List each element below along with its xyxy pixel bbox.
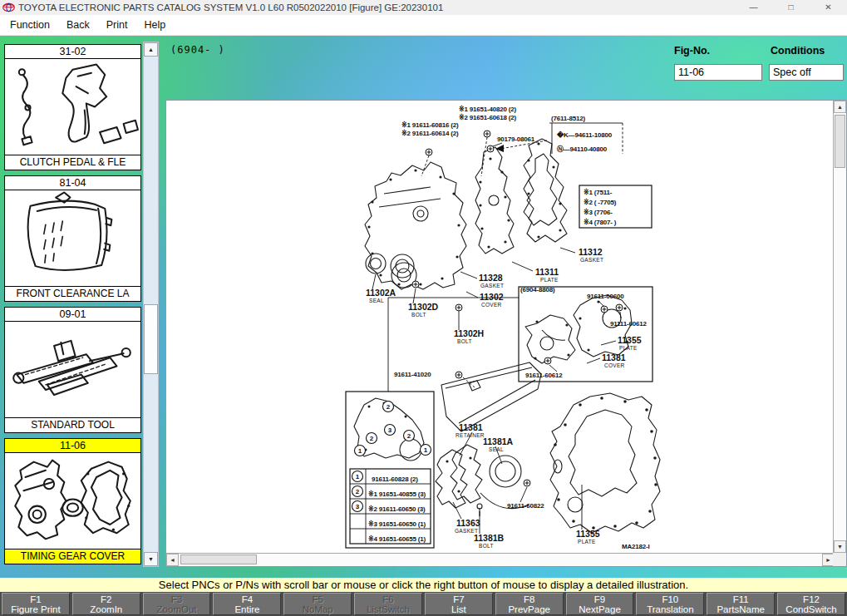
fkey-next-page[interactable]: F9NextPage xyxy=(566,593,634,615)
menu-function[interactable]: Function xyxy=(2,17,58,33)
figure-canvas[interactable]: ※1 91651-40820 (2)※2 91651-60618 (2)※1 9… xyxy=(165,100,847,567)
scroll-up-button[interactable]: ▲ xyxy=(144,42,158,57)
scrollbar-thumb[interactable] xyxy=(835,115,845,168)
diagram-label: 11381A xyxy=(483,436,514,446)
diagram-label: 11302D xyxy=(408,302,439,312)
thumbnail-timing-gear-cover[interactable]: 11-06 TIMING GEAR COVE xyxy=(4,438,141,564)
menu-back[interactable]: Back xyxy=(58,17,98,33)
diagram-label: 11355 xyxy=(618,335,642,345)
fkey-translation[interactable]: F10Translation xyxy=(636,593,704,615)
scrollbar-thumb[interactable] xyxy=(144,304,158,374)
figure-thumbnail-list: 31-02 CLUTCH PEDAL & FLE xyxy=(4,44,141,564)
thumbnail-standard-tool[interactable]: 09-01 STANDARD TOOL xyxy=(4,307,141,433)
diagram-label: PLATE xyxy=(540,277,559,283)
workspace: 31-02 CLUTCH PEDAL & FLE xyxy=(0,36,847,578)
diagram-label: ※1 91651-40855 (3) xyxy=(368,490,426,498)
fkey-list[interactable]: F7List xyxy=(425,593,493,615)
diagram-label: ※1 (7511- xyxy=(584,188,613,196)
fkey-entire[interactable]: F4Entire xyxy=(213,593,281,615)
svg-text:1: 1 xyxy=(356,473,360,480)
diagram-label: COVER xyxy=(481,302,502,308)
diagram-label: 91611-41020 xyxy=(394,371,431,378)
diagram-label: ※3 (7706- xyxy=(584,208,613,216)
thumbnail-scrollbar[interactable]: ▲ ▼ xyxy=(143,42,159,567)
diagram-label: 11312 xyxy=(579,247,603,257)
diagram-label: BOLT xyxy=(457,338,472,344)
thumbnail-image xyxy=(5,453,140,549)
fkey-parts-name[interactable]: F11PartsName xyxy=(707,593,775,615)
callout-number: 2 xyxy=(383,402,394,412)
scroll-down-button[interactable]: ▼ xyxy=(144,552,158,566)
menu-help[interactable]: Help xyxy=(135,17,174,33)
scrollbar-thumb[interactable] xyxy=(180,554,257,564)
plate-drawing xyxy=(475,147,514,254)
menu-bar: Function Back Print Help xyxy=(0,15,847,36)
close-button[interactable]: ✕ xyxy=(810,0,847,15)
diagram-label: GASKET xyxy=(480,283,504,288)
thumbnail-label: STANDARD TOOL xyxy=(5,417,140,432)
diagram-label: 91111-60612 xyxy=(610,320,647,328)
thumbnail-image xyxy=(5,59,140,155)
status-message: Select PNCs or P/Ns with scroll bar or m… xyxy=(159,579,688,591)
fkey-cond-switch[interactable]: F12CondSwitch xyxy=(777,593,845,615)
callout-number: 1 xyxy=(352,471,363,482)
canvas-horizontal-scrollbar[interactable]: ◄ ► xyxy=(166,553,835,566)
scroll-up-button[interactable]: ▲ xyxy=(834,101,846,113)
title-bar: TOYOTA ELECTRONIC PARTS CATALOG SYSTEM V… xyxy=(0,0,847,15)
diagram-label: RETAINER xyxy=(456,432,485,438)
diagram-label: ※2 ( -7705) xyxy=(584,198,617,206)
diagram-label: 90179-08061 xyxy=(497,136,535,143)
diagram-label: ※2 91611-60650 (3) xyxy=(368,505,426,513)
fkey-prev-page[interactable]: F8PrevPage xyxy=(495,593,564,615)
callout-number: 3 xyxy=(352,501,363,512)
maximize-button[interactable]: □ xyxy=(772,0,810,15)
window-title: TOYOTA ELECTRONIC PARTS CATALOG SYSTEM V… xyxy=(18,2,443,12)
diagram-label: COVER xyxy=(604,362,625,368)
diagram-label: ※1 91611-60816 (2) xyxy=(401,121,459,129)
thumbnail-label: FRONT CLEARANCE LA xyxy=(5,286,140,301)
diagram-label: SEAL xyxy=(489,446,504,452)
rear-gasket-drawing xyxy=(550,393,660,533)
diagram-label: (7611-8512) xyxy=(551,115,585,122)
fkey-zoom-out[interactable]: F3ZoomOut xyxy=(143,593,211,615)
svg-text:1: 1 xyxy=(424,446,428,454)
scroll-left-button[interactable]: ◄ xyxy=(166,554,179,566)
fig-no-input[interactable] xyxy=(674,64,762,81)
menu-print[interactable]: Print xyxy=(98,17,136,33)
minimize-button[interactable]: — xyxy=(735,0,772,15)
model-range-note: (6904- ) xyxy=(170,44,225,56)
diagram-label: PLATE xyxy=(619,345,638,351)
function-key-bar: F1Figure Print F2ZoomIn F3ZoomOut F4Enti… xyxy=(0,592,847,616)
fkey-no-map[interactable]: F5NoMap xyxy=(283,593,352,615)
diagram-label: MA2182-I xyxy=(622,543,650,550)
conditions-input[interactable] xyxy=(769,64,844,81)
diagram-label: 11381 xyxy=(602,352,626,362)
canvas-vertical-scrollbar[interactable]: ▲ ▼ xyxy=(833,101,846,553)
fkey-zoom-in[interactable]: F2ZoomIn xyxy=(72,593,140,615)
diagram-label: BOLT xyxy=(479,543,494,549)
diagram-label: 11302 xyxy=(480,292,504,302)
thumbnail-label: TIMING GEAR COVER xyxy=(5,549,140,564)
diagram-label: ※1 91651-40820 (2) xyxy=(459,105,516,113)
scrollbar-corner xyxy=(833,553,846,566)
diagram-label: GASKET xyxy=(580,257,603,263)
thumbnail-clutch-pedal[interactable]: 31-02 CLUTCH PEDAL & FLE xyxy=(4,44,141,170)
sub-assembly-box xyxy=(519,287,652,382)
fkey-list-switch[interactable]: F6ListSwitch xyxy=(354,593,422,615)
diagram-label: 11311 xyxy=(535,267,559,277)
diagram-label: 91611-60822 xyxy=(507,502,544,510)
diagram-label: 11381 xyxy=(459,422,483,432)
svg-text:2: 2 xyxy=(370,435,374,442)
callout-number: 2 xyxy=(352,486,363,497)
scroll-down-button[interactable]: ▼ xyxy=(834,540,846,553)
diagram-label: ※4 (7807- ) xyxy=(584,218,617,226)
diagram-label: 11328 xyxy=(479,273,503,283)
thumbnail-image xyxy=(5,322,140,417)
diagram-label: 91611-00600 xyxy=(587,293,624,300)
diagram-label: 11355 xyxy=(576,529,600,539)
thumbnail-front-clearance-lamp[interactable]: 81-04 FRONT CLEARANCE LA xyxy=(4,175,141,302)
callout-number: 1 xyxy=(355,446,366,456)
fkey-figure-print[interactable]: F1Figure Print xyxy=(2,593,70,615)
diagram-label: SEAL xyxy=(369,298,384,303)
diagram-label: 91611-60828 (2) xyxy=(372,476,418,483)
